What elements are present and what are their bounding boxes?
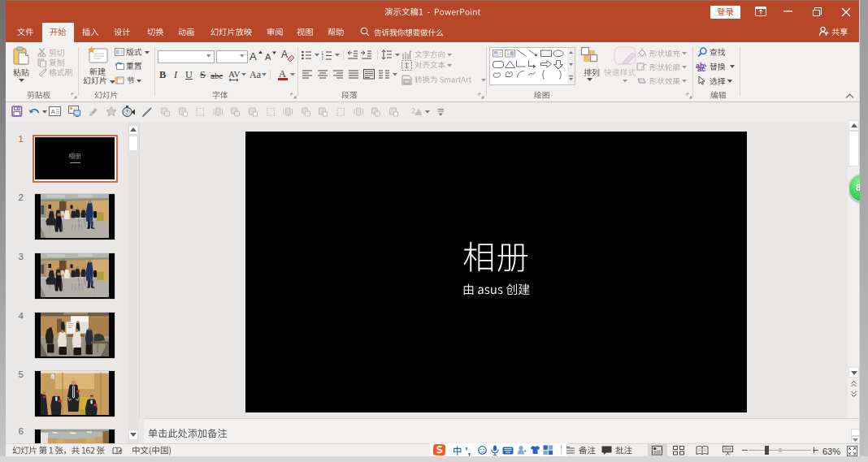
svg-text:ac: ac — [697, 65, 705, 71]
svg-text:A: A — [281, 49, 288, 60]
svg-text:A: A — [51, 108, 56, 115]
svg-text:3: 3 — [322, 58, 323, 61]
svg-text:A: A — [265, 52, 271, 62]
svg-text:A: A — [250, 50, 257, 63]
